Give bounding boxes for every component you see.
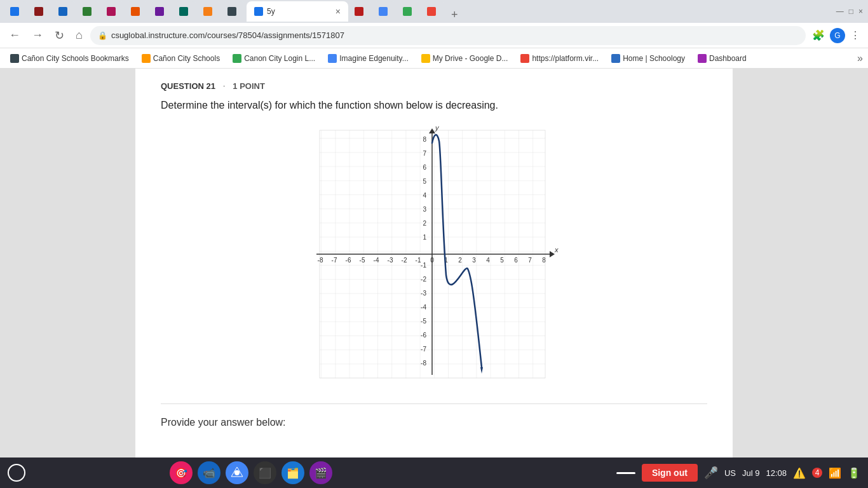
volume-indicator <box>616 472 635 474</box>
tab-asu[interactable] <box>29 1 52 22</box>
question-points: · <box>223 81 225 91</box>
svg-text:-3: -3 <box>388 257 393 264</box>
tab-7[interactable] <box>150 1 173 22</box>
taskbar-center-icons: 🎯 📹 ⬛ 🗂️ 🎬 <box>170 461 332 484</box>
tab-10[interactable] <box>222 1 245 22</box>
bookmark-icon-7 <box>611 54 620 63</box>
bookmark-label-2: Cañon City Schools <box>153 54 220 63</box>
profile-btn[interactable]: G <box>830 28 845 43</box>
reload-button[interactable]: ↻ <box>51 26 68 45</box>
main-area: QUESTION 21 · 1 POINT Determine the inte… <box>0 69 868 458</box>
svg-text:-8: -8 <box>318 257 323 264</box>
svg-text:7: 7 <box>423 150 426 157</box>
tab-g2[interactable] <box>398 1 421 22</box>
taskbar-icon-2[interactable]: 📹 <box>198 461 220 484</box>
tab-8[interactable] <box>174 1 197 22</box>
svg-text:-4: -4 <box>374 257 379 264</box>
tab-3[interactable] <box>53 1 76 22</box>
taskbar-icon-6[interactable]: 🎬 <box>309 461 332 484</box>
question-points-label: 1 POINT <box>233 81 265 91</box>
menu-btn[interactable]: ⋮ <box>848 27 863 44</box>
svg-text:x: x <box>554 246 559 254</box>
bookmark-canon-schools-bm[interactable]: Cañon City Schools Bookmarks <box>5 53 134 64</box>
time-label: 12:08 <box>766 468 787 478</box>
notification-count: 4 <box>812 468 822 478</box>
bookmarks-more[interactable]: » <box>857 53 863 64</box>
bookmark-platform[interactable]: https://platform.vir... <box>515 53 604 64</box>
new-tab-btn[interactable]: + <box>446 8 463 22</box>
svg-text:6: 6 <box>514 257 518 264</box>
date-label: Jul 9 <box>742 468 759 478</box>
bookmark-dashboard[interactable]: Dashboard <box>693 53 752 64</box>
tab-fsa[interactable] <box>5 1 28 22</box>
bookmark-label-3: Canon City Login L... <box>244 54 315 63</box>
svg-text:2: 2 <box>423 220 426 227</box>
address-bar[interactable]: 🔒 csuglobal.instructure.com/courses/7850… <box>90 26 806 45</box>
tab-9[interactable] <box>198 1 221 22</box>
svg-text:-3: -3 <box>421 290 426 297</box>
back-button[interactable]: ← <box>5 26 24 44</box>
bookmark-icon-2 <box>142 54 151 63</box>
bookmark-canon-login[interactable]: Canon City Login L... <box>227 53 320 64</box>
bookmark-icon-3 <box>233 54 241 63</box>
home-button[interactable]: ⌂ <box>72 26 86 44</box>
url-text: csuglobal.instructure.com/courses/78504/… <box>111 30 798 40</box>
nav-icons: 🧩 G ⋮ <box>810 27 863 44</box>
svg-text:7: 7 <box>528 257 532 264</box>
question-header-row: QUESTION 21 · 1 POINT <box>161 81 707 91</box>
svg-text:4: 4 <box>423 192 426 199</box>
svg-text:8: 8 <box>542 257 546 264</box>
bookmark-label-6: https://platform.vir... <box>532 54 599 63</box>
tab-close-window[interactable]: × <box>858 7 863 16</box>
sign-out-button[interactable]: Sign out <box>642 464 698 482</box>
mic-icon[interactable]: 🎤 <box>704 466 718 480</box>
taskbar-start-btn[interactable] <box>8 464 25 482</box>
svg-text:-5: -5 <box>360 257 365 264</box>
svg-text:0: 0 <box>430 257 434 264</box>
tab-bar: 5y × + — □ × <box>0 0 868 23</box>
tab-6[interactable] <box>126 1 149 22</box>
nav-bar: ← → ↻ ⌂ 🔒 csuglobal.instructure.com/cour… <box>0 23 868 48</box>
svg-text:-7: -7 <box>332 257 337 264</box>
bookmark-icon-8 <box>698 54 707 63</box>
taskbar-icon-1[interactable]: 🎯 <box>170 461 193 484</box>
bookmark-edgenuity[interactable]: Imagine Edgenuity... <box>323 53 414 64</box>
tab-4[interactable] <box>78 1 100 22</box>
forward-button[interactable]: → <box>28 26 47 44</box>
bookmark-icon-4 <box>328 54 337 63</box>
tab-minimize[interactable]: — <box>836 7 844 16</box>
tab-restore[interactable]: □ <box>849 7 853 16</box>
tab-5[interactable] <box>102 1 125 22</box>
taskbar: 🎯 📹 ⬛ 🗂️ 🎬 Sign out 🎤 US Jul 9 12:08 ⚠️ … <box>0 458 868 488</box>
bookmarks-bar: Cañon City Schools Bookmarks Cañon City … <box>0 48 868 69</box>
tab-close-btn[interactable]: × <box>336 6 341 17</box>
tab-g1[interactable] <box>374 1 397 22</box>
bookmark-label-4: Imagine Edgenuity... <box>339 54 409 63</box>
language-label: US <box>724 468 736 478</box>
svg-text:-5: -5 <box>421 318 426 325</box>
svg-text:-6: -6 <box>346 257 351 264</box>
bookmark-icon-6 <box>520 54 529 63</box>
tab-g3[interactable] <box>422 1 445 22</box>
bookmark-label-8: Dashboard <box>709 54 747 63</box>
bookmark-canon-schools[interactable]: Cañon City Schools <box>137 53 225 64</box>
svg-text:3: 3 <box>423 206 426 213</box>
tab-m[interactable] <box>349 1 372 22</box>
svg-text:-7: -7 <box>421 346 426 353</box>
svg-text:8: 8 <box>423 136 426 143</box>
taskbar-chrome[interactable] <box>226 461 248 484</box>
content-card: QUESTION 21 · 1 POINT Determine the inte… <box>135 69 733 458</box>
svg-text:1: 1 <box>423 234 426 241</box>
question-number: QUESTION 21 <box>161 81 215 91</box>
taskbar-icon-5[interactable]: 🗂️ <box>281 461 304 484</box>
bookmark-drive[interactable]: My Drive - Google D... <box>416 53 513 64</box>
bookmark-icon-5 <box>421 54 430 63</box>
svg-text:-1: -1 <box>421 262 426 269</box>
tab-active[interactable]: 5y × <box>247 1 348 22</box>
answer-section: Provide your answer below: <box>161 403 707 428</box>
svg-text:5: 5 <box>500 257 504 264</box>
question-text: Determine the interval(s) for which the … <box>161 100 707 111</box>
bookmark-schoology[interactable]: Home | Schoology <box>606 53 690 64</box>
taskbar-icon-4[interactable]: ⬛ <box>254 461 276 484</box>
extensions-btn[interactable]: 🧩 <box>810 27 827 44</box>
